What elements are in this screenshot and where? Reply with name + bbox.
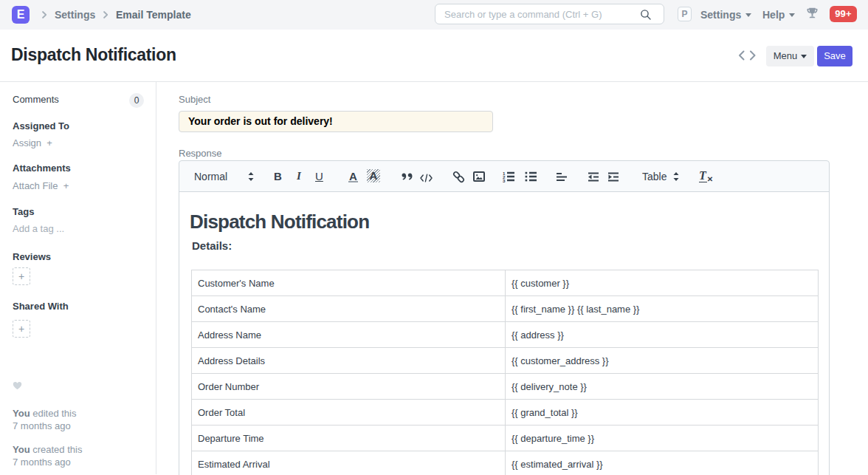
svg-text:3: 3 bbox=[503, 178, 506, 182]
